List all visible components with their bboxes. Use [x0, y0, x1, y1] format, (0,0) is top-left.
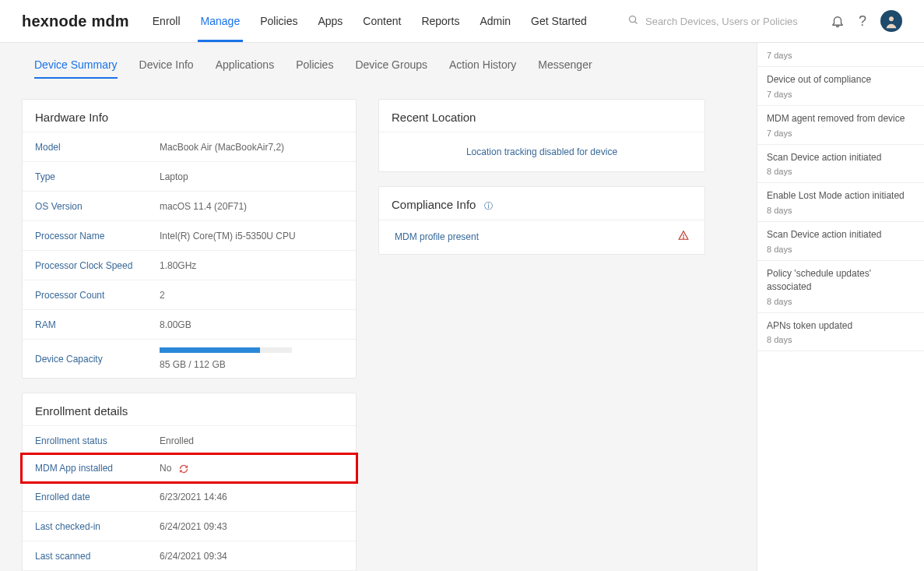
kv-row: Enrollment statusEnrolled — [23, 425, 356, 455]
kv-val: Laptop — [160, 171, 343, 182]
event-title: APNs token updated — [767, 319, 915, 333]
kv-key: Processor Count — [35, 290, 160, 301]
warning-icon — [678, 230, 689, 243]
nav-item-enroll[interactable]: Enroll — [153, 0, 181, 42]
kv-val: 2 — [160, 290, 343, 301]
main-column: Device SummaryDevice InfoApplicationsPol… — [0, 43, 757, 571]
tab-device-groups[interactable]: Device Groups — [355, 58, 427, 79]
compliance-row: MDM profile present — [379, 220, 704, 254]
avatar[interactable] — [880, 10, 902, 32]
svg-line-1 — [634, 22, 637, 24]
capacity-bar — [160, 347, 292, 353]
kv-key: Last checked-in — [35, 521, 160, 532]
top-nav: hexnode mdm EnrollManagePoliciesAppsCont… — [0, 0, 924, 43]
capacity-fill — [160, 347, 260, 353]
kv-row: TypeLaptop — [23, 161, 356, 191]
search-icon — [627, 14, 639, 28]
location-disabled-msg: Location tracking disabled for device — [379, 132, 704, 171]
recent-location-card: Recent Location Location tracking disabl… — [378, 99, 705, 172]
event-time: 8 days — [767, 167, 915, 176]
kv-row: OS VersionmacOS 11.4 (20F71) — [23, 191, 356, 220]
kv-val: 6/23/2021 14:46 — [160, 492, 343, 502]
event-item[interactable]: Device out of compliance7 days — [757, 67, 924, 106]
kv-val: 1.80GHz — [160, 260, 343, 271]
right-column: Recent Location Location tracking disabl… — [378, 99, 705, 571]
nav-item-get-started[interactable]: Get Started — [531, 0, 587, 42]
event-item[interactable]: Policy 'schedule updates' associated8 da… — [757, 261, 924, 313]
card-title: Recent Location — [379, 100, 704, 132]
event-time: 7 days — [767, 129, 915, 138]
kv-val: 8.00GB — [160, 319, 343, 330]
nav-item-reports[interactable]: Reports — [421, 0, 459, 42]
event-title: Enable Lost Mode action initiated — [767, 189, 915, 203]
kv-key: Model — [35, 142, 160, 153]
card-title: Hardware Info — [23, 100, 356, 132]
kv-row: Last scanned6/24/2021 09:34 — [23, 541, 356, 570]
card-title: Compliance Info ⓘ — [379, 187, 704, 220]
event-title: Scan Device action initiated — [767, 228, 915, 241]
kv-val: macOS 11.4 (20F71) — [160, 201, 343, 212]
bell-icon[interactable] — [831, 14, 845, 28]
compliance-title-text: Compliance Info — [392, 198, 476, 211]
kv-key: Last scanned — [35, 551, 160, 562]
svg-point-3 — [889, 16, 894, 21]
event-time: 7 days — [767, 90, 915, 99]
nav-item-apps[interactable]: Apps — [318, 0, 343, 42]
svg-point-0 — [629, 16, 635, 23]
event-title: Scan Device action initiated — [767, 151, 915, 164]
tab-policies[interactable]: Policies — [296, 58, 333, 79]
kv-row: ModelMacBook Air (MacBookAir7,2) — [23, 132, 356, 161]
event-time: 8 days — [767, 297, 915, 306]
nav-item-manage[interactable]: Manage — [201, 0, 241, 42]
page: Device SummaryDevice InfoApplicationsPol… — [0, 43, 924, 571]
kv-key: Enrolled date — [35, 492, 160, 502]
kv-val: 85 GB / 112 GB — [160, 347, 343, 370]
kv-val: MacBook Air (MacBookAir7,2) — [160, 142, 343, 153]
events-sidebar: 7 daysDevice out of compliance7 daysMDM … — [757, 43, 924, 571]
tab-action-history[interactable]: Action History — [449, 58, 516, 79]
kv-row: Last checked-in6/24/2021 09:43 — [23, 511, 356, 541]
kv-val: 6/24/2021 09:34 — [160, 551, 343, 562]
event-item[interactable]: 7 days — [757, 43, 924, 67]
event-time: 7 days — [767, 51, 915, 60]
search-wrap — [627, 14, 817, 28]
subtabs: Device SummaryDevice InfoApplicationsPol… — [19, 43, 738, 79]
left-column: Hardware Info ModelMacBook Air (MacBookA… — [22, 99, 357, 571]
device-capacity-row: Device Capacity 85 GB / 112 GB — [23, 339, 356, 378]
info-icon[interactable]: ⓘ — [484, 201, 493, 210]
kv-key: RAM — [35, 319, 160, 330]
nav-right: ? — [627, 10, 902, 32]
card-title: Enrollment details — [23, 393, 356, 425]
event-item[interactable]: Scan Device action initiated8 days — [757, 145, 924, 184]
help-icon[interactable]: ? — [859, 13, 866, 30]
nav-item-admin[interactable]: Admin — [480, 0, 511, 42]
svg-point-5 — [683, 238, 684, 238]
kv-row: RAM8.00GB — [23, 309, 356, 339]
kv-row: Processor NameIntel(R) Core(TM) i5-5350U… — [23, 220, 356, 250]
compliance-label: MDM profile present — [395, 231, 479, 242]
nav-item-policies[interactable]: Policies — [260, 0, 297, 42]
event-item[interactable]: Scan Device action initiated8 days — [757, 222, 924, 261]
kv-key: Enrollment status — [35, 435, 160, 446]
enrollment-details-card: Enrollment details Enrollment statusEnro… — [22, 393, 357, 571]
nav-items: EnrollManagePoliciesAppsContentReportsAd… — [153, 0, 587, 42]
kv-val: No — [160, 463, 343, 474]
event-title: Policy 'schedule updates' associated — [767, 267, 915, 294]
tab-applications[interactable]: Applications — [216, 58, 275, 79]
kv-key: Type — [35, 171, 160, 182]
refresh-icon[interactable] — [179, 464, 188, 474]
tab-device-info[interactable]: Device Info — [139, 58, 194, 79]
nav-item-content[interactable]: Content — [363, 0, 401, 42]
kv-key: Device Capacity — [35, 354, 160, 365]
event-title: MDM agent removed from device — [767, 112, 915, 125]
tab-device-summary[interactable]: Device Summary — [34, 58, 118, 79]
search-input[interactable] — [645, 16, 817, 27]
event-title: Device out of compliance — [767, 73, 915, 86]
event-item[interactable]: MDM agent removed from device7 days — [757, 106, 924, 145]
brand-logo: hexnode mdm — [22, 12, 129, 30]
event-item[interactable]: Enable Lost Mode action initiated8 days — [757, 183, 924, 222]
tab-messenger[interactable]: Messenger — [538, 58, 592, 79]
event-time: 8 days — [767, 245, 915, 254]
event-item[interactable]: APNs token updated8 days — [757, 313, 924, 352]
kv-key: Processor Clock Speed — [35, 260, 160, 271]
